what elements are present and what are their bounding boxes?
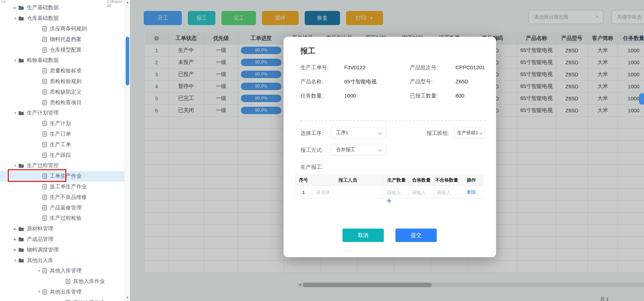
caret-down-icon[interactable]: ▼ xyxy=(36,269,42,273)
unqualified-qty-input[interactable] xyxy=(434,186,459,199)
caret-down-icon[interactable]: ▼ xyxy=(12,59,18,62)
worker-select-input[interactable] xyxy=(312,186,384,199)
qualified-qty-input[interactable] xyxy=(409,186,434,199)
caret-down-icon[interactable]: ▼ xyxy=(12,17,18,20)
table-cell: 大米 xyxy=(588,81,618,93)
empty-cell xyxy=(145,189,168,201)
doc-icon xyxy=(42,26,47,31)
sidebar-item-质检检查项目[interactable]: 质检检查项目 xyxy=(0,97,124,108)
sidebar-item-生产不良品维修[interactable]: 生产不良品维修 xyxy=(0,192,124,202)
empty-cell xyxy=(168,237,204,249)
caret-down-icon[interactable]: ▼ xyxy=(12,164,18,167)
scroll-left-icon[interactable]: ◄ xyxy=(299,283,302,286)
sidebar-item-原材料管理[interactable]: ▶原材料管理 xyxy=(0,224,124,234)
sidebar-item-质检检验规则[interactable]: 质检检验规则 xyxy=(0,76,124,87)
dialog-title: 报工 xyxy=(300,46,315,56)
empty-cell xyxy=(168,249,204,261)
add-row-button[interactable]: + xyxy=(384,196,394,206)
sidebar-item-label: 其他出入库 xyxy=(27,257,53,264)
sidebar-item-生产跟踪[interactable]: 生产跟踪 xyxy=(0,150,124,160)
caret-right-icon[interactable]: ▶ xyxy=(12,6,18,10)
sidebar-item-供应商条码规则[interactable]: 供应商条码规则 xyxy=(0,24,124,34)
sidebar-item-label: 检验基础数据 xyxy=(27,57,59,64)
field-label: 已报工数量: xyxy=(410,93,438,99)
sidebar-item-其他出库作业[interactable]: 其他出库作业 xyxy=(0,297,124,301)
team-select[interactable]: 生产班组1 xyxy=(454,127,485,138)
doc-icon xyxy=(42,37,47,42)
process-select[interactable]: 工序1 xyxy=(331,127,386,138)
empty-cell xyxy=(618,237,644,249)
sidebar-item-label: 质量检验标准 xyxy=(50,67,82,74)
print-button-打印[interactable]: 打印▼ xyxy=(346,11,383,25)
doc-icon xyxy=(42,47,47,53)
column-header-产品型号: 产品型号 xyxy=(556,33,588,45)
keyword-input[interactable] xyxy=(612,10,644,24)
column-settings-gear[interactable] xyxy=(145,33,168,45)
sidebar-item-其他出库管理[interactable]: ▼其他出库管理 xyxy=(0,287,124,297)
empty-cell xyxy=(238,261,284,273)
sidebar-item-生产工单[interactable]: 生产工单 xyxy=(0,139,124,150)
sidebar-item-label: 其他入库管理 xyxy=(50,267,82,274)
doc-icon xyxy=(42,216,47,221)
sidebar-item-物料调度管理[interactable]: ▶物料调度管理 xyxy=(0,244,124,255)
sidebar-item-生产订单[interactable]: 生产订单 xyxy=(0,129,124,140)
sidebar-item-仓库基础数据[interactable]: ▼仓库基础数据 xyxy=(0,13,124,24)
sidebar-item-生产基础数据[interactable]: ▶生产基础数据 xyxy=(0,2,124,13)
scroll-down-icon[interactable]: ▼ xyxy=(125,296,130,299)
caret-right-icon[interactable]: ▶ xyxy=(12,248,18,252)
sidebar-item-生产计划[interactable]: 生产计划 xyxy=(0,118,124,129)
right-edge-anchor-tab[interactable] xyxy=(639,93,644,105)
sidebar-item-派工单生产作业[interactable]: 派工单生产作业 xyxy=(0,182,124,192)
caret-right-icon[interactable]: ▶ xyxy=(12,227,18,231)
button-label: 恢复 xyxy=(317,15,328,22)
empty-cell xyxy=(168,129,204,141)
date-range-input[interactable] xyxy=(529,10,603,24)
field-label: 产品型号: xyxy=(410,78,433,85)
horizontal-scrollbar[interactable]: ◄ xyxy=(298,283,644,287)
sidebar-item-工单生产作业[interactable]: 工单生产作业 xyxy=(0,171,124,182)
folder-icon xyxy=(18,258,24,263)
sidebar-item-其他出入库[interactable]: ▼其他出入库 xyxy=(0,255,124,266)
sidebar-item-其他入库作业[interactable]: 其他入库作业 xyxy=(0,276,124,287)
action-button-开工[interactable]: 开工 xyxy=(144,11,182,25)
sidebar-item-质检缺陷定义[interactable]: 质检缺陷定义 xyxy=(0,87,124,97)
button-label: 完工 xyxy=(233,15,244,22)
action-button-暂停[interactable]: 暂停 xyxy=(262,11,299,25)
column-header-产品名称: 产品名称 xyxy=(517,33,556,45)
empty-cell xyxy=(145,141,168,153)
keyword-filter[interactable] xyxy=(612,10,644,24)
sidebar-item-其他入库管理[interactable]: ▼其他入库管理 xyxy=(0,266,124,276)
caret-down-icon[interactable]: ▼ xyxy=(12,259,18,262)
empty-cell xyxy=(238,249,284,261)
sidebar-scrollbar-thumb[interactable] xyxy=(126,37,129,85)
caret-down-icon[interactable]: ▼ xyxy=(36,290,42,294)
sidebar-item-产成品管理[interactable]: ▶产成品管理 xyxy=(0,234,124,245)
mode-select[interactable]: 合并报工 xyxy=(331,144,386,155)
sidebar-item-质量检验标准[interactable]: 质量检验标准 xyxy=(0,66,124,76)
progress-cell: 80.0% xyxy=(238,69,284,81)
sidebar-item-产品返修管理[interactable]: 产品返修管理 xyxy=(0,202,124,213)
empty-cell xyxy=(204,201,238,213)
cancel-button[interactable]: 取消 xyxy=(342,229,384,242)
date-range-filter[interactable]: ▼ xyxy=(529,10,603,24)
submit-button[interactable]: 提交 xyxy=(395,229,437,242)
empty-cell xyxy=(204,261,238,273)
sidebar-item-仓库模型配置[interactable]: 仓库模型配置 xyxy=(0,45,124,55)
delete-row-link[interactable]: 删除 xyxy=(467,189,476,195)
caret-right-icon[interactable]: ▶ xyxy=(12,237,18,241)
pagination-total: 共 1 xyxy=(600,296,609,301)
sidebar-item-检验基础数据[interactable]: ▼检验基础数据 xyxy=(0,55,124,66)
horizontal-scrollbar-thumb[interactable] xyxy=(303,283,432,287)
action-button-报工[interactable]: 报工 xyxy=(188,11,215,25)
scroll-up-icon[interactable]: ▲ xyxy=(125,1,130,4)
sidebar-item-物料托盘档案[interactable]: 物料托盘档案 xyxy=(0,34,124,45)
sidebar-item-生产计划管理[interactable]: ▼生产计划管理 xyxy=(0,108,124,118)
action-button-恢复[interactable]: 恢复 xyxy=(305,11,340,25)
field-label: 产品名称: xyxy=(300,78,323,85)
action-button-完工[interactable]: 完工 xyxy=(221,11,256,25)
sidebar-scrollbar[interactable]: ▲ ▼ xyxy=(124,0,130,301)
progress-cell: 80.0% xyxy=(238,81,284,93)
sidebar-item-生产过程管控[interactable]: ▼生产过程管控 xyxy=(0,160,124,171)
caret-down-icon[interactable]: ▼ xyxy=(12,111,18,115)
sidebar-item-生产过程检验[interactable]: 生产过程检验 xyxy=(0,213,124,224)
